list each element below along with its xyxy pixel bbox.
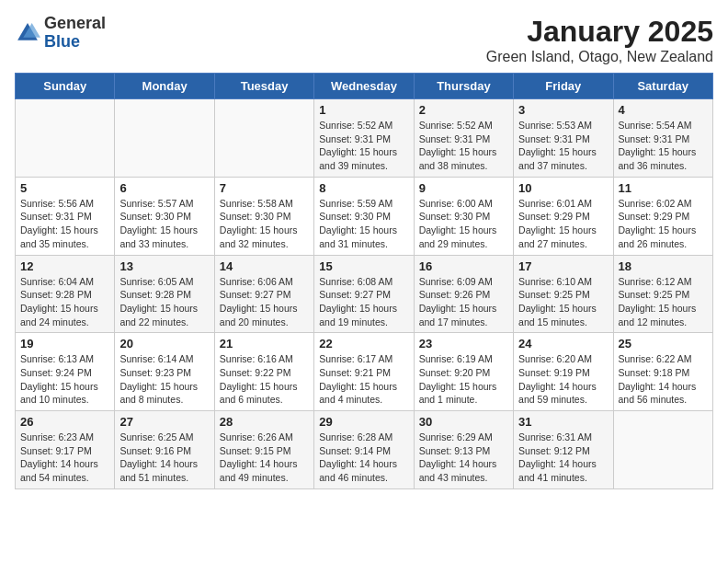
calendar-cell: 23Sunrise: 6:19 AM Sunset: 9:20 PM Dayli… — [414, 333, 513, 411]
calendar-table: SundayMondayTuesdayWednesdayThursdayFrid… — [15, 73, 713, 489]
day-detail: Sunrise: 6:23 AM Sunset: 9:17 PM Dayligh… — [20, 431, 109, 485]
day-detail: Sunrise: 6:17 AM Sunset: 9:21 PM Dayligh… — [319, 352, 408, 407]
day-detail: Sunrise: 6:00 AM Sunset: 9:30 PM Dayligh… — [419, 197, 508, 251]
calendar-cell: 13Sunrise: 6:05 AM Sunset: 9:28 PM Dayli… — [115, 255, 214, 333]
day-number: 5 — [20, 181, 109, 195]
day-number: 10 — [518, 181, 608, 195]
day-detail: Sunrise: 6:13 AM Sunset: 9:24 PM Dayligh… — [20, 352, 109, 407]
week-row-4: 19Sunrise: 6:13 AM Sunset: 9:24 PM Dayli… — [16, 333, 713, 411]
day-detail: Sunrise: 6:02 AM Sunset: 9:29 PM Dayligh… — [619, 197, 708, 251]
calendar-cell: 12Sunrise: 6:04 AM Sunset: 9:28 PM Dayli… — [16, 255, 115, 333]
day-number: 17 — [518, 259, 608, 273]
calendar-cell — [115, 99, 214, 178]
calendar-cell: 7Sunrise: 5:58 AM Sunset: 9:30 PM Daylig… — [214, 177, 313, 255]
day-number: 13 — [119, 259, 209, 273]
day-detail: Sunrise: 6:22 AM Sunset: 9:18 PM Dayligh… — [619, 352, 708, 407]
calendar-cell: 18Sunrise: 6:12 AM Sunset: 9:25 PM Dayli… — [613, 255, 712, 333]
day-header-friday: Friday — [514, 74, 613, 99]
calendar-cell: 25Sunrise: 6:22 AM Sunset: 9:18 PM Dayli… — [613, 333, 712, 411]
day-number: 4 — [619, 103, 708, 117]
calendar-title: January 2025 — [486, 15, 713, 49]
calendar-cell — [613, 411, 712, 489]
day-number: 2 — [419, 103, 508, 117]
day-detail: Sunrise: 6:20 AM Sunset: 9:19 PM Dayligh… — [518, 352, 608, 407]
day-header-wednesday: Wednesday — [314, 74, 414, 99]
day-number: 11 — [619, 181, 708, 195]
calendar-cell: 6Sunrise: 5:57 AM Sunset: 9:30 PM Daylig… — [115, 177, 214, 255]
calendar-cell: 20Sunrise: 6:14 AM Sunset: 9:23 PM Dayli… — [115, 333, 214, 411]
day-detail: Sunrise: 6:19 AM Sunset: 9:20 PM Dayligh… — [419, 352, 508, 407]
logo-blue: Blue — [44, 33, 106, 52]
day-detail: Sunrise: 6:08 AM Sunset: 9:27 PM Dayligh… — [319, 275, 408, 329]
day-number: 18 — [619, 259, 708, 273]
day-detail: Sunrise: 6:05 AM Sunset: 9:28 PM Dayligh… — [119, 275, 209, 329]
day-detail: Sunrise: 5:52 AM Sunset: 9:31 PM Dayligh… — [419, 119, 508, 173]
calendar-cell: 19Sunrise: 6:13 AM Sunset: 9:24 PM Dayli… — [16, 333, 115, 411]
day-number: 23 — [419, 337, 508, 350]
week-row-1: 1Sunrise: 5:52 AM Sunset: 9:31 PM Daylig… — [16, 99, 713, 178]
day-detail: Sunrise: 6:28 AM Sunset: 9:14 PM Dayligh… — [319, 431, 408, 485]
calendar-cell: 29Sunrise: 6:28 AM Sunset: 9:14 PM Dayli… — [314, 411, 414, 489]
calendar-cell: 15Sunrise: 6:08 AM Sunset: 9:27 PM Dayli… — [314, 255, 414, 333]
day-number: 12 — [20, 259, 109, 273]
day-detail: Sunrise: 6:12 AM Sunset: 9:25 PM Dayligh… — [619, 275, 708, 329]
day-number: 1 — [319, 103, 408, 117]
logo: General Blue — [15, 15, 106, 52]
calendar-body: 1Sunrise: 5:52 AM Sunset: 9:31 PM Daylig… — [16, 99, 713, 489]
day-detail: Sunrise: 6:25 AM Sunset: 9:16 PM Dayligh… — [119, 431, 209, 485]
day-detail: Sunrise: 6:26 AM Sunset: 9:15 PM Dayligh… — [220, 431, 309, 485]
calendar-cell: 3Sunrise: 5:53 AM Sunset: 9:31 PM Daylig… — [514, 99, 613, 178]
calendar-cell: 21Sunrise: 6:16 AM Sunset: 9:22 PM Dayli… — [214, 333, 313, 411]
day-number: 29 — [319, 415, 408, 429]
day-detail: Sunrise: 5:53 AM Sunset: 9:31 PM Dayligh… — [518, 119, 608, 173]
day-number: 24 — [518, 337, 608, 350]
calendar-cell: 24Sunrise: 6:20 AM Sunset: 9:19 PM Dayli… — [514, 333, 613, 411]
calendar-cell: 11Sunrise: 6:02 AM Sunset: 9:29 PM Dayli… — [613, 177, 712, 255]
day-detail: Sunrise: 6:10 AM Sunset: 9:25 PM Dayligh… — [518, 275, 608, 329]
week-row-5: 26Sunrise: 6:23 AM Sunset: 9:17 PM Dayli… — [16, 411, 713, 489]
day-number: 9 — [419, 181, 508, 195]
day-number: 21 — [220, 337, 309, 350]
day-detail: Sunrise: 6:14 AM Sunset: 9:23 PM Dayligh… — [119, 352, 209, 407]
day-number: 31 — [518, 415, 608, 429]
day-detail: Sunrise: 5:56 AM Sunset: 9:31 PM Dayligh… — [20, 197, 109, 251]
day-header-saturday: Saturday — [613, 74, 712, 99]
header-row: SundayMondayTuesdayWednesdayThursdayFrid… — [16, 74, 713, 99]
day-header-monday: Monday — [115, 74, 214, 99]
day-detail: Sunrise: 6:01 AM Sunset: 9:29 PM Dayligh… — [518, 197, 608, 251]
day-number: 27 — [119, 415, 209, 429]
page-header: General Blue January 2025 Green Island, … — [15, 15, 713, 65]
week-row-3: 12Sunrise: 6:04 AM Sunset: 9:28 PM Dayli… — [16, 255, 713, 333]
calendar-cell: 16Sunrise: 6:09 AM Sunset: 9:26 PM Dayli… — [414, 255, 513, 333]
day-detail: Sunrise: 6:06 AM Sunset: 9:27 PM Dayligh… — [220, 275, 309, 329]
day-number: 3 — [518, 103, 608, 117]
calendar-cell: 27Sunrise: 6:25 AM Sunset: 9:16 PM Dayli… — [115, 411, 214, 489]
calendar-cell: 22Sunrise: 6:17 AM Sunset: 9:21 PM Dayli… — [314, 333, 414, 411]
day-number: 15 — [319, 259, 408, 273]
day-number: 25 — [619, 337, 708, 350]
title-area: January 2025 Green Island, Otago, New Ze… — [486, 15, 713, 65]
calendar-cell: 14Sunrise: 6:06 AM Sunset: 9:27 PM Dayli… — [214, 255, 313, 333]
day-number: 8 — [319, 181, 408, 195]
day-number: 20 — [119, 337, 209, 350]
calendar-cell: 2Sunrise: 5:52 AM Sunset: 9:31 PM Daylig… — [414, 99, 513, 178]
day-detail: Sunrise: 6:09 AM Sunset: 9:26 PM Dayligh… — [419, 275, 508, 329]
day-header-thursday: Thursday — [414, 74, 513, 99]
calendar-subtitle: Green Island, Otago, New Zealand — [486, 49, 713, 65]
calendar-cell: 5Sunrise: 5:56 AM Sunset: 9:31 PM Daylig… — [16, 177, 115, 255]
calendar-cell: 26Sunrise: 6:23 AM Sunset: 9:17 PM Dayli… — [16, 411, 115, 489]
day-detail: Sunrise: 5:57 AM Sunset: 9:30 PM Dayligh… — [119, 197, 209, 251]
calendar-cell — [214, 99, 313, 178]
day-detail: Sunrise: 6:04 AM Sunset: 9:28 PM Dayligh… — [20, 275, 109, 329]
calendar-header: SundayMondayTuesdayWednesdayThursdayFrid… — [16, 74, 713, 99]
day-detail: Sunrise: 5:59 AM Sunset: 9:30 PM Dayligh… — [319, 197, 408, 251]
calendar-cell: 28Sunrise: 6:26 AM Sunset: 9:15 PM Dayli… — [214, 411, 313, 489]
calendar-cell: 8Sunrise: 5:59 AM Sunset: 9:30 PM Daylig… — [314, 177, 414, 255]
day-number: 28 — [220, 415, 309, 429]
day-detail: Sunrise: 5:54 AM Sunset: 9:31 PM Dayligh… — [619, 119, 708, 173]
day-number: 14 — [220, 259, 309, 273]
day-detail: Sunrise: 5:58 AM Sunset: 9:30 PM Dayligh… — [220, 197, 309, 251]
calendar-cell — [16, 99, 115, 178]
day-detail: Sunrise: 6:31 AM Sunset: 9:12 PM Dayligh… — [518, 431, 608, 485]
logo-text: General Blue — [44, 15, 106, 52]
